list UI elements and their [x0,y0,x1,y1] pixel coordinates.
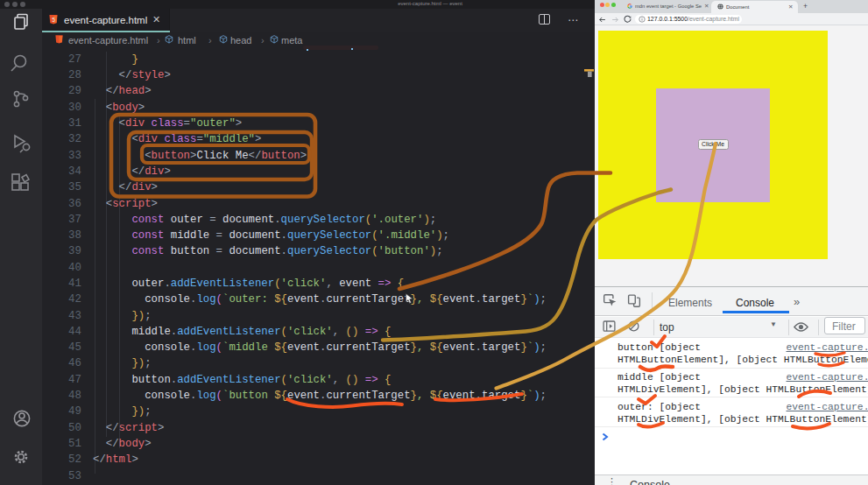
svg-text:5: 5 [52,17,55,23]
